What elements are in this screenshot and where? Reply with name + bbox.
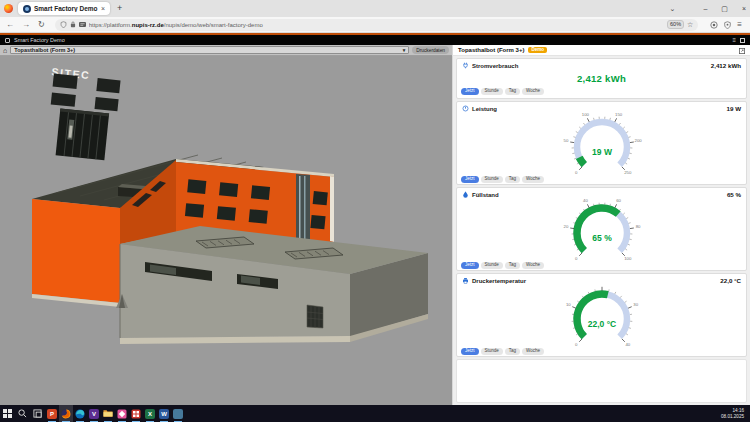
- time-range-pill[interactable]: Tag: [505, 88, 520, 95]
- svg-text:60: 60: [616, 198, 621, 203]
- card-center-value: 2,412 kWh: [457, 69, 746, 88]
- device-dropdown[interactable]: Topasthalbot (Form 3+) ▾: [10, 46, 409, 54]
- search-button[interactable]: [15, 405, 30, 422]
- browser-tab[interactable]: Smart Factory Demo ×: [18, 2, 110, 15]
- panel-empty-area: [456, 359, 747, 403]
- firefox-logo-icon[interactable]: [4, 4, 13, 13]
- expand-panel-icon[interactable]: [739, 48, 745, 54]
- windows-taskbar: PVXW 14:16 08.01.2025: [0, 405, 750, 422]
- card-corner-value: 22,0 °C: [720, 277, 741, 284]
- taskbar-app-edge[interactable]: [73, 405, 87, 422]
- svg-text:50: 50: [563, 138, 568, 143]
- taskbar-app-firefox[interactable]: [59, 405, 73, 422]
- tab-close-icon[interactable]: ×: [101, 5, 105, 12]
- zoom-level-badge[interactable]: 60%: [667, 20, 684, 29]
- svg-text:0: 0: [575, 256, 578, 261]
- svg-text:0: 0: [575, 170, 578, 175]
- svg-text:0: 0: [575, 342, 578, 347]
- taskbar-app-word[interactable]: W: [157, 405, 171, 422]
- card-title: Leistung: [472, 106, 724, 112]
- svg-text:40: 40: [625, 342, 630, 347]
- tab-favicon-icon: [23, 5, 31, 13]
- shield-icon[interactable]: [60, 21, 67, 28]
- taskbar-app-file-explorer[interactable]: [101, 405, 115, 422]
- taskbar-app-blue-app[interactable]: [171, 405, 185, 422]
- factory-3d-model: SITEC: [0, 56, 452, 405]
- maximize-button[interactable]: ▢: [721, 5, 728, 12]
- browser-tabstrip: Smart Factory Demo × + ⌄ – ▢ ×: [0, 0, 750, 17]
- time-range-pill[interactable]: Jetzt: [461, 262, 479, 269]
- home-icon[interactable]: ⌂: [3, 47, 7, 54]
- metric-card: Leistung19 W05010015020025019 WJetztStun…: [456, 101, 747, 185]
- taskbar-app-visual-studio[interactable]: V: [87, 405, 101, 422]
- time-range-pill[interactable]: Woche: [522, 348, 544, 355]
- time-range-pill[interactable]: Stunde: [481, 176, 503, 183]
- taskbar-app-powerpoint[interactable]: P: [45, 405, 59, 422]
- extension-badge-icon[interactable]: [79, 22, 86, 27]
- reload-button[interactable]: ↻: [36, 21, 47, 29]
- time-range-pill[interactable]: Woche: [522, 88, 544, 95]
- chevron-down-icon: ▾: [403, 47, 406, 53]
- taskbar-clock[interactable]: 14:16 08.01.2025: [721, 405, 750, 422]
- card-corner-value: 19 W: [727, 105, 741, 112]
- scene-toolbar: ⌂ Topasthalbot (Form 3+) ▾ Druckerdaten: [0, 45, 452, 56]
- menu-button[interactable]: ≡: [737, 21, 742, 29]
- url-text: https://plattform.nupis-rz.de/nupis/demo…: [89, 22, 664, 28]
- svg-text:80: 80: [635, 224, 640, 229]
- gauge-value-label: 19 W: [592, 147, 613, 157]
- dashboard-panel: Stromverbrauch2,412 kWh2,412 kWhJetztStu…: [452, 56, 750, 405]
- metric-card: Füllstand65 %02040608010065 %JetztStunde…: [456, 187, 747, 271]
- metric-card: Druckertemperatur22,0 °C01020304022,0 °C…: [456, 273, 747, 357]
- status-badge: Demo: [528, 47, 547, 54]
- app-fullscreen-icon[interactable]: [740, 38, 745, 43]
- time-range-row: JetztStundeTagWoche: [457, 262, 746, 272]
- time-range-pill[interactable]: Jetzt: [461, 88, 479, 95]
- panel-title: Topasthalbot (Form 3+): [458, 47, 524, 53]
- time-range-pill[interactable]: Jetzt: [461, 176, 479, 183]
- taskbar-app-photos[interactable]: [115, 405, 129, 422]
- time-range-pill[interactable]: Woche: [522, 176, 544, 183]
- time-range-pill[interactable]: Tag: [505, 262, 520, 269]
- profile-shield-icon[interactable]: [724, 21, 731, 29]
- list-tabs-icon[interactable]: ⌄: [670, 5, 676, 12]
- app-header-title: Smart Factory Demo: [14, 37, 722, 43]
- screen: Smart Factory Demo × + ⌄ – ▢ × ← → ↻: [0, 0, 750, 422]
- metric-card: Stromverbrauch2,412 kWh2,412 kWhJetztStu…: [456, 58, 747, 99]
- svg-text:30: 30: [633, 302, 638, 307]
- start-button[interactable]: [0, 405, 15, 422]
- svg-text:100: 100: [581, 112, 589, 117]
- gauge-chart: 05010015020025019 W: [517, 112, 687, 176]
- minimize-button[interactable]: –: [703, 5, 707, 12]
- url-bar[interactable]: https://plattform.nupis-rz.de/nupis/demo…: [55, 19, 699, 31]
- druckerdaten-button[interactable]: Druckerdaten: [412, 46, 449, 54]
- time-range-pill[interactable]: Tag: [505, 176, 520, 183]
- 3d-viewport[interactable]: SITEC: [0, 56, 452, 405]
- svg-text:100: 100: [624, 256, 632, 261]
- taskbar-app-excel[interactable]: X: [143, 405, 157, 422]
- window-close-button[interactable]: ×: [742, 5, 746, 12]
- time-range-row: JetztStundeTagWoche: [457, 88, 746, 98]
- time-range-pill[interactable]: Jetzt: [461, 348, 479, 355]
- time-range-pill[interactable]: Stunde: [481, 88, 503, 95]
- time-range-pill[interactable]: Tag: [505, 348, 520, 355]
- time-range-pill[interactable]: Stunde: [481, 348, 503, 355]
- back-button[interactable]: ←: [4, 21, 16, 29]
- svg-text:40: 40: [583, 198, 588, 203]
- browser-navbar: ← → ↻ https://plattform.nupis-rz.de/nupi…: [0, 17, 750, 33]
- new-tab-button[interactable]: +: [117, 4, 122, 13]
- power-icon: [462, 105, 469, 112]
- tab-title: Smart Factory Demo: [34, 5, 98, 12]
- plug-icon: [462, 62, 469, 69]
- clock-date: 08.01.2025: [721, 414, 744, 420]
- extension-icon[interactable]: [710, 21, 718, 29]
- time-range-pill[interactable]: Woche: [522, 262, 544, 269]
- lock-icon: [70, 21, 76, 28]
- app-menu-icon[interactable]: ≡: [732, 37, 736, 43]
- time-range-pill[interactable]: Stunde: [481, 262, 503, 269]
- task-view-button[interactable]: [30, 405, 45, 422]
- taskbar-app-red-tile-app[interactable]: [129, 405, 143, 422]
- svg-text:150: 150: [615, 112, 623, 117]
- droplet-icon: [462, 191, 469, 198]
- bookmark-star-icon[interactable]: ☆: [687, 21, 693, 28]
- forward-button[interactable]: →: [20, 21, 32, 29]
